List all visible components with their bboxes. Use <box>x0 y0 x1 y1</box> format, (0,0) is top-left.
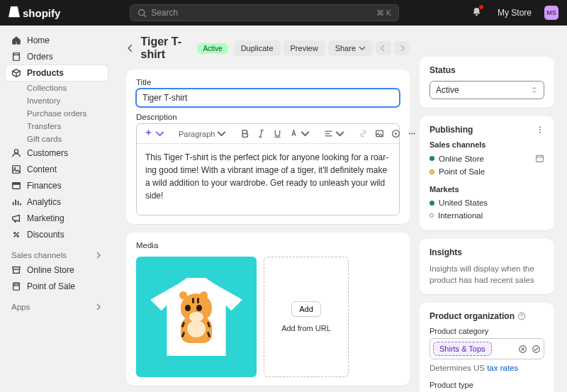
svg-point-4 <box>14 167 16 169</box>
channel-label: Point of Sale <box>439 167 485 176</box>
status-heading: Status <box>430 65 544 75</box>
shopify-logo[interactable]: shopify <box>9 6 60 19</box>
help-icon[interactable] <box>517 312 526 320</box>
next-button[interactable] <box>394 41 410 55</box>
sidebar-sub-inventory[interactable]: Inventory <box>6 94 108 107</box>
svg-rect-28 <box>537 155 544 162</box>
main-content: Tiger T-shirt Active Duplicate Preview S… <box>113 26 567 392</box>
search-input[interactable]: Search ⌘ K <box>130 4 399 21</box>
svg-line-14 <box>261 130 262 138</box>
page-title: Tiger T-shirt <box>140 35 191 61</box>
sidebar-item-label: Customers <box>27 148 68 158</box>
channel-label: Online Store <box>439 155 484 163</box>
underline-icon <box>273 129 282 138</box>
sidebar-sub-purchase-orders[interactable]: Purchase orders <box>6 107 108 120</box>
chevron-down-icon <box>155 129 164 138</box>
video-button[interactable] <box>388 127 403 140</box>
media-dropzone[interactable]: Add Add from URL <box>264 257 349 377</box>
check-icon[interactable] <box>532 345 541 354</box>
tax-prefix: Determines US <box>430 364 487 372</box>
italic-icon <box>257 129 266 138</box>
add-media-button[interactable]: Add <box>291 301 321 317</box>
insights-card: Insights Insights will display when the … <box>420 239 554 294</box>
sidebar-item-label: Products <box>27 68 64 78</box>
sidebar-item-label: Orders <box>27 52 53 62</box>
align-button[interactable] <box>321 127 347 140</box>
underline-button[interactable] <box>270 127 285 140</box>
image-button[interactable] <box>372 127 387 140</box>
status-select[interactable]: Active <box>430 81 544 99</box>
bold-button[interactable] <box>237 127 252 140</box>
store-name-label[interactable]: My Store <box>498 8 532 18</box>
notifications-button[interactable] <box>468 4 485 22</box>
add-from-url-link[interactable]: Add from URL <box>281 324 331 332</box>
sidebar-item-content[interactable]: Content <box>6 162 108 177</box>
chevron-right-icon <box>398 45 405 52</box>
prev-button[interactable] <box>376 41 391 55</box>
svg-line-1 <box>144 14 146 16</box>
more-button[interactable] <box>405 127 420 140</box>
avatar-initials: MS <box>546 9 556 16</box>
color-button[interactable] <box>286 127 313 140</box>
sidebar-channel-online-store[interactable]: Online Store <box>6 262 108 278</box>
sidebar-item-discounts[interactable]: Discounts <box>6 227 108 242</box>
store-icon <box>11 265 21 275</box>
sidebar-sub-gift-cards[interactable]: Gift cards <box>6 133 108 145</box>
sidebar-item-marketing[interactable]: Marketing <box>6 211 108 226</box>
share-button[interactable]: Share <box>328 40 373 56</box>
sidebar-sub-transfers[interactable]: Transfers <box>6 120 108 133</box>
sidebar-item-customers[interactable]: Customers <box>6 145 108 161</box>
marketing-icon <box>11 213 21 223</box>
sidebar-item-home[interactable]: Home <box>6 33 108 48</box>
svg-point-24 <box>414 133 415 134</box>
header-actions: Duplicate Preview Share <box>234 40 410 56</box>
channel-row: Online Store <box>430 152 544 165</box>
apps-text: Apps <box>11 303 30 311</box>
svg-point-0 <box>139 9 145 15</box>
svg-point-7 <box>14 233 16 235</box>
svg-point-26 <box>539 129 541 130</box>
sidebar-sub-collections[interactable]: Collections <box>6 82 108 94</box>
analytics-icon <box>11 197 21 207</box>
duplicate-button[interactable]: Duplicate <box>234 40 281 56</box>
title-input[interactable] <box>136 89 400 107</box>
description-textarea[interactable]: This Tiger T-shirt is the perfect pick f… <box>137 144 399 215</box>
back-arrow-icon[interactable] <box>126 43 135 54</box>
sidebar-item-finances[interactable]: Finances <box>6 178 108 194</box>
ai-button[interactable] <box>141 127 167 140</box>
tax-rates-link[interactable]: tax rates <box>487 364 518 372</box>
sidebar-item-products[interactable]: Products <box>6 65 108 81</box>
sales-channels-heading[interactable]: Sales channels <box>6 245 108 262</box>
sidebar-item-label: Home <box>27 35 50 45</box>
more-icon[interactable] <box>536 125 544 134</box>
status-value: Active <box>436 85 459 95</box>
media-thumbnail[interactable] <box>136 257 257 377</box>
clear-icon[interactable] <box>518 345 527 354</box>
tax-note: Determines US tax rates <box>430 362 544 374</box>
svg-point-27 <box>539 132 541 133</box>
sidebar-channel-point-of-sale[interactable]: Point of Sale <box>6 279 108 294</box>
sales-channels-label: Sales channels <box>430 140 544 149</box>
category-field[interactable]: Shirts & Tops <box>430 338 544 359</box>
sidebar-item-analytics[interactable]: Analytics <box>6 194 108 210</box>
status-heading-text: Status <box>430 65 456 75</box>
sidebar-item-orders[interactable]: Orders <box>6 49 108 65</box>
media-heading: Media <box>136 241 400 250</box>
avatar[interactable]: MS <box>544 6 558 20</box>
svg-rect-3 <box>13 166 21 174</box>
svg-point-2 <box>14 150 18 153</box>
notification-dot-icon <box>479 5 483 9</box>
editor-toolbar: Paragraph <box>137 124 399 144</box>
italic-button[interactable] <box>254 127 269 140</box>
category-chip[interactable]: Shirts & Tops <box>433 342 492 356</box>
link-button[interactable] <box>356 127 371 140</box>
sidebar-item-label: Analytics <box>27 197 61 207</box>
sidebar-item-label: Point of Sale <box>27 281 75 291</box>
preview-button[interactable]: Preview <box>284 40 325 56</box>
paragraph-dropdown[interactable]: Paragraph <box>176 127 229 140</box>
org-heading: Product organization <box>430 311 544 321</box>
tshirt-image <box>150 278 242 356</box>
calendar-icon[interactable] <box>535 154 544 163</box>
apps-heading[interactable]: Apps <box>6 297 108 314</box>
search-shortcut: ⌘ K <box>376 9 391 18</box>
